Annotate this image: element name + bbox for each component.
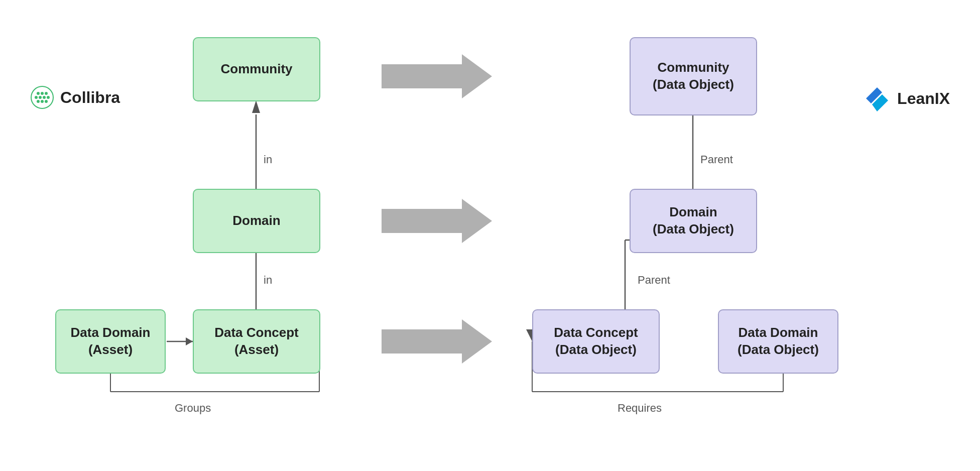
node-data-concept-do: Data Concept(Data Object) — [532, 309, 660, 374]
node-data-concept-asset: Data Concept(Asset) — [193, 309, 320, 374]
svg-point-3 — [45, 92, 48, 95]
node-data-domain-asset: Data Domain(Asset) — [55, 309, 166, 374]
svg-text:in: in — [264, 153, 272, 166]
node-domain-do: Domain(Data Object) — [630, 189, 757, 253]
svg-marker-14 — [252, 100, 260, 113]
node-domain-left: Domain — [193, 189, 320, 253]
svg-text:Groups: Groups — [175, 402, 211, 414]
svg-marker-25 — [382, 54, 492, 98]
collibra-logo-text: Collibra — [60, 88, 120, 107]
svg-point-0 — [31, 86, 53, 108]
svg-text:Requires: Requires — [618, 402, 662, 414]
leanix-icon — [864, 85, 890, 111]
svg-point-10 — [45, 100, 48, 103]
svg-point-8 — [37, 100, 40, 103]
svg-text:in: in — [264, 274, 272, 286]
svg-point-5 — [39, 96, 42, 99]
node-data-domain-do: Data Domain(Data Object) — [718, 309, 838, 374]
svg-overlay: in in Groups Parent — [0, 0, 980, 471]
svg-text:Parent: Parent — [700, 153, 733, 166]
collibra-icon — [30, 85, 54, 109]
svg-marker-27 — [382, 319, 492, 364]
svg-point-1 — [37, 92, 40, 95]
svg-marker-23 — [186, 337, 193, 345]
collibra-logo: Collibra — [30, 85, 120, 109]
svg-text:Parent: Parent — [638, 274, 670, 286]
node-community-left: Community — [193, 37, 320, 101]
svg-point-6 — [43, 96, 46, 99]
svg-point-2 — [41, 92, 44, 95]
svg-point-9 — [41, 100, 44, 103]
svg-point-7 — [47, 96, 50, 99]
node-community-do: Community(Data Object) — [630, 37, 757, 115]
svg-point-4 — [35, 96, 38, 99]
svg-marker-26 — [382, 199, 492, 243]
diagram-container: Collibra LeanIX in in Groups — [0, 0, 980, 471]
leanix-logo: LeanIX — [864, 85, 950, 111]
leanix-logo-text: LeanIX — [897, 89, 950, 108]
